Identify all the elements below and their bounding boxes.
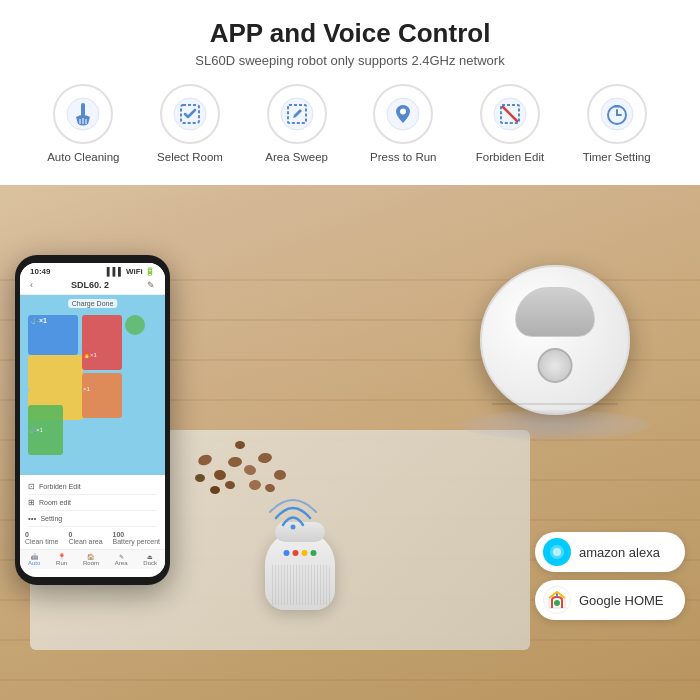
page-title: APP and Voice Control <box>20 18 680 49</box>
feature-area-sweep[interactable]: Area Sweep <box>252 84 342 165</box>
phone-time: 10:49 <box>30 267 50 276</box>
phone-edit-icon[interactable]: ✎ <box>147 280 155 290</box>
stat-clean-time: 0 Clean time <box>25 531 58 545</box>
svg-point-40 <box>248 479 261 491</box>
press-to-run-icon-wrap <box>373 84 433 144</box>
google-home-icon <box>543 586 571 614</box>
feature-forbiden-edit[interactable]: Forbiden Edit <box>465 84 555 165</box>
svg-point-34 <box>195 474 205 482</box>
phone-signal: ▌▌▌ WiFi 🔋 <box>107 267 155 276</box>
nav-dock[interactable]: ⏏Dock <box>143 553 157 566</box>
svg-point-35 <box>243 464 257 477</box>
area-sweep-label: Area Sweep <box>265 150 328 165</box>
phone-device-name: SDL60. 2 <box>37 280 143 290</box>
robot-brush <box>492 403 618 405</box>
wifi-waves-svg <box>268 490 318 530</box>
svg-point-36 <box>257 452 273 464</box>
timer-setting-label: Timer Setting <box>583 150 651 165</box>
svg-point-31 <box>197 453 214 467</box>
phone-header: ‹ SDL60. 2 ✎ <box>20 278 165 295</box>
timer-setting-icon-wrap <box>587 84 647 144</box>
dot-yellow <box>302 550 308 556</box>
phone-status-bar: 10:49 ▌▌▌ WiFi 🔋 <box>20 263 165 278</box>
robot-sensor-top <box>515 287 595 337</box>
setting-sidebar-label: Setting <box>40 515 62 522</box>
feature-press-to-run[interactable]: Press to Run <box>358 84 448 165</box>
page-subtitle: SL60D sweeping robot only supports 2.4GH… <box>20 53 680 68</box>
press-to-run-label: Press to Run <box>370 150 436 165</box>
google-home-badge: Google HOME <box>535 580 685 620</box>
alexa-icon <box>543 538 571 566</box>
stat-clean-area: 0 Clean area <box>68 531 102 545</box>
phone-mockup: 10:49 ▌▌▌ WiFi 🔋 ‹ SDL60. 2 ✎ Charge Don… <box>15 255 170 585</box>
auto-cleaning-label: Auto Cleaning <box>47 150 119 165</box>
robot-button <box>538 348 573 383</box>
dot-blue <box>284 550 290 556</box>
svg-point-30 <box>291 525 296 530</box>
nav-auto[interactable]: 🤖Auto <box>28 553 40 566</box>
speaker-grille <box>270 565 330 605</box>
setting-sidebar-icon: ••• <box>28 514 36 523</box>
feature-select-room[interactable]: Select Room <box>145 84 235 165</box>
debris-svg <box>185 420 305 500</box>
room-edit-sidebar-label: Room edit <box>39 499 71 506</box>
svg-point-32 <box>213 469 227 481</box>
room-label-1: ⚓×1 <box>28 315 49 327</box>
svg-rect-29 <box>614 105 620 108</box>
forbiden-edit-sidebar-icon: ⊡ <box>28 482 35 491</box>
wifi-signal <box>268 490 318 530</box>
google-home-label: Google HOME <box>579 593 664 608</box>
broom-icon <box>66 97 100 131</box>
phone-map[interactable]: Charge Done ⚓×1 🔥×1 ×1 ⚓×1 <box>20 295 165 475</box>
svg-point-33 <box>228 456 243 467</box>
svg-point-37 <box>225 481 236 490</box>
robot-vacuum <box>480 265 640 425</box>
area-sweep-icon-wrap <box>267 84 327 144</box>
svg-point-39 <box>210 486 220 494</box>
sidebar-room-edit[interactable]: ⊞ Room edit <box>28 495 157 511</box>
auto-cleaning-icon-wrap <box>53 84 113 144</box>
edit-area-icon <box>280 97 314 131</box>
phone-screen: 10:49 ▌▌▌ WiFi 🔋 ‹ SDL60. 2 ✎ Charge Don… <box>20 263 165 577</box>
forbiden-edit-label: Forbiden Edit <box>476 150 544 165</box>
clock-icon <box>600 97 634 131</box>
select-room-icon-wrap <box>160 84 220 144</box>
sidebar-setting[interactable]: ••• Setting <box>28 511 157 527</box>
svg-point-21 <box>400 109 406 115</box>
forbidden-icon <box>493 97 527 131</box>
feature-timer-setting[interactable]: Timer Setting <box>572 84 662 165</box>
sidebar-forbiden-edit[interactable]: ⊡ Forbiden Edit <box>28 479 157 495</box>
top-section: APP and Voice Control SL60D sweeping rob… <box>0 0 700 185</box>
phone-stats: 0 Clean time 0 Clean area 100 Battery pe… <box>20 531 165 545</box>
nav-area-sweep[interactable]: ✎Area <box>115 553 128 566</box>
svg-point-46 <box>554 600 560 606</box>
voice-assistant-badges: amazon alexa Google HOME <box>535 532 685 620</box>
checkbox-icon <box>173 97 207 131</box>
map-status-label: Charge Done <box>68 299 118 308</box>
svg-rect-12 <box>81 103 85 117</box>
select-room-label: Select Room <box>157 150 223 165</box>
phone-back-icon[interactable]: ‹ <box>30 280 33 290</box>
dot-green <box>311 550 317 556</box>
nav-select-room[interactable]: 🏠Room <box>83 553 99 566</box>
features-row: Auto Cleaning Select Room <box>20 84 680 165</box>
feature-auto-cleaning[interactable]: Auto Cleaning <box>38 84 128 165</box>
phone-sidebar: ⊡ Forbiden Edit ⊞ Room edit ••• Setting <box>20 475 165 531</box>
room-label-3: ×1 <box>82 385 91 393</box>
forbiden-edit-sidebar-label: Forbiden Edit <box>39 483 81 490</box>
robot-shadow <box>460 410 650 440</box>
phone-nav: 🤖Auto 📍Run 🏠Room ✎Area ⏏Dock <box>20 549 165 569</box>
floor-debris <box>185 420 305 500</box>
room-edit-sidebar-icon: ⊞ <box>28 498 35 507</box>
forbiden-edit-icon-wrap <box>480 84 540 144</box>
svg-point-41 <box>235 441 245 449</box>
robot-body <box>480 265 630 415</box>
room-label-2: 🔥×1 <box>82 350 98 359</box>
alexa-label: amazon alexa <box>579 545 660 560</box>
dot-red <box>293 550 299 556</box>
alexa-badge: amazon alexa <box>535 532 685 572</box>
nav-press-run[interactable]: 📍Run <box>56 553 67 566</box>
smart-speaker <box>265 530 335 610</box>
speaker-indicator-dots <box>284 550 317 556</box>
room-label-4: ⚓×1 <box>28 425 44 434</box>
